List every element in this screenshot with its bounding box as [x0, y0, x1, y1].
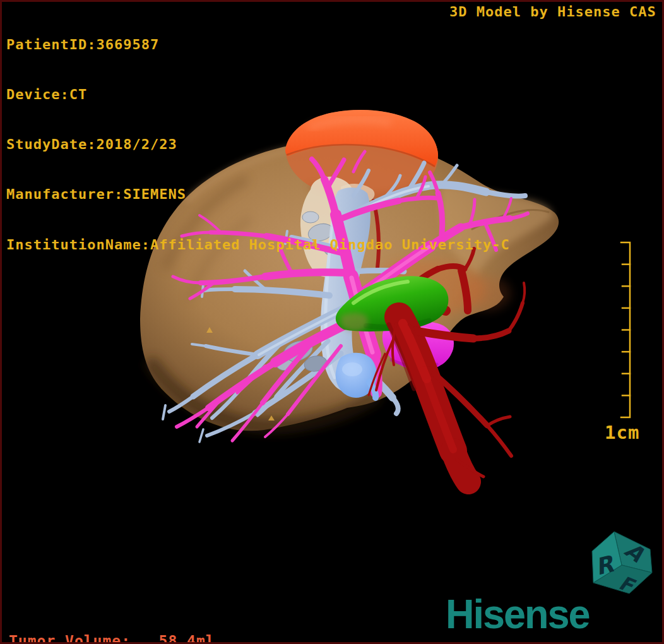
hisense-logo: Hisense: [446, 590, 590, 638]
scale-bar-label: 1cm: [605, 422, 639, 443]
cas-3d-viewer-screen: { "overlay": { "top_left_lines": [ "Pati…: [0, 0, 664, 644]
orientation-cube[interactable]: R A F: [581, 523, 663, 602]
device-line: Device:CT: [6, 86, 510, 103]
study-date-line: StudyDate:2018/2/23: [6, 136, 510, 153]
scale-tick-group: [622, 265, 630, 396]
patient-id-line: PatientID:3669587: [6, 37, 510, 53]
tumor-volume-readout: Tumor Volume: 58.4ml: [9, 633, 215, 644]
volume-readouts: Tumor Volume: 58.4ml Liver Volume: 1178.…: [9, 599, 215, 644]
scale-bar: [621, 242, 630, 417]
app-title: 3D Model by Hisense CAS: [449, 4, 656, 20]
patient-info-overlay: PatientID:3669587 Device:CT StudyDate:20…: [6, 3, 510, 270]
institution-line: InstitutionName:Affiliated Hospital Qing…: [6, 237, 510, 253]
manufacturer-line: Manufacturer:SIEMENS: [6, 186, 510, 203]
